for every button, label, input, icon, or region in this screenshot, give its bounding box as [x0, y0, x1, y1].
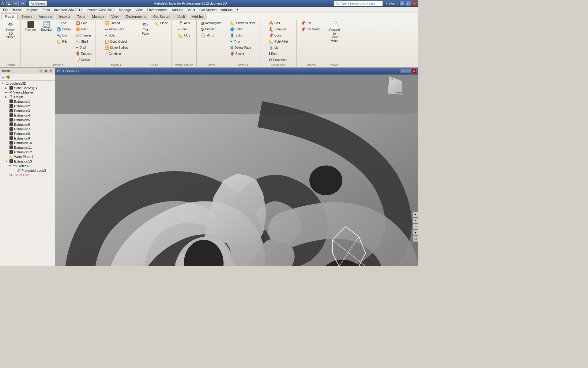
sidebar-filter-icon[interactable]: ▽ — [39, 69, 43, 73]
zoom-out-btn[interactable]: − — [413, 224, 418, 229]
sidebar-close-icon[interactable]: ✕ — [49, 69, 53, 73]
menu-manage[interactable]: Manage — [117, 7, 133, 12]
menu-view[interactable]: View — [134, 7, 145, 12]
btn-thicken-offset[interactable]: 📐 Thicken/Offset — [228, 20, 257, 26]
qa-undo[interactable]: ↩ — [13, 1, 19, 6]
btn-pin-group[interactable]: 📌 Pin Group — [299, 26, 322, 32]
menu-tools[interactable]: Tools — [40, 7, 52, 12]
btn-convert-sheet-metal[interactable]: 📄 Convert toSheet Metal — [326, 20, 342, 44]
btn-emboss[interactable]: 🏺 Emboss — [74, 51, 94, 57]
btn-boss[interactable]: 📌 Boss — [267, 33, 289, 38]
btn-mirror[interactable]: 🪞 Mirror — [199, 33, 223, 38]
zoom-in-btn[interactable]: + — [413, 218, 418, 223]
tree-item-extrusion9[interactable]: ⬛ Extrusion9 — [0, 136, 55, 140]
btn-rest[interactable]: ℹ Rest — [267, 51, 289, 57]
menu-more[interactable]: ▾ — [235, 7, 240, 12]
tab-sketch[interactable]: Sketch — [18, 13, 35, 20]
menu-inventorcam2011[interactable]: InventorCAM 2011 — [52, 7, 84, 12]
menu-inspect[interactable]: Inspect — [25, 7, 40, 12]
btn-sweep[interactable]: 🌀 Sweep — [55, 26, 73, 32]
menu-vault[interactable]: Vault — [186, 7, 197, 12]
qa-redo[interactable]: ↪ — [20, 1, 25, 6]
btn-sculpt[interactable]: 🏺 Sculpt — [228, 51, 257, 57]
minimize-button[interactable]: ─ — [399, 1, 405, 6]
btn-extrude[interactable]: ⬛ Extrude — [23, 20, 38, 33]
btn-pin[interactable]: 📌 Pin — [299, 20, 322, 26]
btn-rib[interactable]: 📐 Rib — [55, 39, 73, 44]
btn-hole[interactable]: ⭕ Hole — [74, 20, 94, 26]
btn-draft[interactable]: ✂ Draft — [74, 45, 94, 51]
tree-item-extrusion12[interactable]: ⬛ Extrusion12 — [0, 150, 55, 154]
search-input[interactable] — [340, 2, 377, 5]
btn-move-face[interactable]: ↔ Move Face — [103, 26, 130, 32]
tab-environments[interactable]: Environments — [122, 13, 149, 20]
viewport[interactable]: X Y Z TOP FRONT ▲ + − ▼ ⊡ — [55, 75, 418, 266]
btn-shell[interactable]: 🐚 Shell — [74, 39, 94, 44]
viewcube[interactable]: TOP FRONT — [388, 78, 409, 99]
btn-move-bodies[interactable]: 🔀 Move Bodies — [103, 45, 130, 51]
menu-inventorcam2012[interactable]: InventorCAM 2012 — [85, 7, 116, 12]
tree-item-extrusion11[interactable]: ⬛ Extrusion11 — [0, 145, 55, 150]
scroll-down-btn[interactable]: ▼ — [413, 230, 418, 236]
tree-item-extrusion3[interactable]: ⬛ Extrusion3 — [0, 108, 55, 113]
menu-addins[interactable]: Add-Ins — [170, 7, 185, 12]
sidebar-tree-icon[interactable]: 🌳 — [6, 75, 11, 80]
tab-getstarted[interactable]: Get Started — [150, 13, 174, 20]
btn-point[interactable]: • Point — [177, 26, 192, 32]
qa-save[interactable]: 💾 — [6, 1, 12, 6]
btn-thread[interactable]: 🔀 Thread — [103, 20, 130, 26]
btn-snap-fit[interactable]: 👢 Snap Fit — [267, 26, 289, 32]
close-button[interactable]: ✕ — [412, 1, 417, 6]
fit-view-btn[interactable]: ⊡ — [413, 236, 418, 242]
viewport-max-btn[interactable]: □ — [406, 69, 411, 73]
btn-trim[interactable]: ✂ Trim — [228, 39, 257, 44]
tab-annotate[interactable]: Annotate — [35, 13, 55, 20]
btn-coil[interactable]: 🔩 Coil — [55, 33, 73, 38]
tree-item-extrusion6[interactable]: ⬛ Extrusion6 — [0, 122, 55, 127]
btn-fillet[interactable]: 🔶 Fillet — [74, 26, 94, 32]
tab-tools[interactable]: Tools — [74, 13, 89, 20]
btn-circular[interactable]: ⊙ Circular — [199, 26, 223, 32]
help-icon[interactable]: ? — [385, 1, 387, 6]
btn-plane[interactable]: 📐 Plane — [153, 20, 170, 26]
btn-split[interactable]: ✂ Split — [103, 33, 130, 38]
btn-create-2d-sketch[interactable]: ✏ Create2D Sketch — [3, 20, 18, 40]
tree-item-end-of-part[interactable]: ⊘ End of Part — [0, 173, 55, 177]
btn-revolve[interactable]: 🔄 Revolve — [39, 20, 54, 33]
tree-item-origin[interactable]: ▶ 📍 Origin — [0, 94, 55, 99]
tree-item-extrusion7[interactable]: ⬛ Extrusion7 — [0, 127, 55, 131]
btn-rectangular[interactable]: ⊞ Rectangular — [199, 20, 223, 26]
tab-view[interactable]: View — [108, 13, 122, 20]
tree-item-extrusion4[interactable]: ⬛ Extrusion4 — [0, 113, 55, 117]
btn-stitch[interactable]: 🧵 Stitch — [228, 33, 257, 38]
btn-derive[interactable]: 📝 Derive — [74, 57, 94, 63]
tab-addins[interactable]: Add-Ins — [189, 13, 207, 20]
btn-combine[interactable]: ⊕ Combine — [103, 51, 130, 57]
scroll-up-btn[interactable]: ▲ — [413, 212, 418, 217]
btn-delete-face[interactable]: 🗑 Delete Face — [228, 45, 257, 51]
tree-item-projected-loop3[interactable]: 🔗 Projected Loop3 — [0, 168, 55, 173]
btn-lip[interactable]: 💧 Lip — [267, 45, 289, 51]
btn-edit-form[interactable]: ✏ EditForm — [139, 20, 152, 37]
tab-vault[interactable]: Vault — [174, 13, 188, 20]
viewport-close-btn[interactable]: ✕ — [412, 69, 417, 73]
sign-in-link[interactable]: Sign In — [389, 2, 398, 5]
tree-item-extrusion1[interactable]: ⬛ Extrusion1 — [0, 99, 55, 104]
tree-item-extrusion8[interactable]: ⬛ Extrusion8 — [0, 131, 55, 136]
btn-axis[interactable]: 📍 Axis — [177, 20, 192, 26]
tree-item-views[interactable]: ▶ 👁 Views:Master — [0, 90, 55, 94]
btn-properties[interactable]: ⚙ Properties — [267, 57, 289, 63]
sidebar-settings-icon[interactable]: ⚙ — [44, 69, 48, 73]
btn-ucs[interactable]: 📐 UCS — [177, 33, 192, 38]
tree-item-workplane1[interactable]: 📐 Work Plane1 — [0, 154, 55, 159]
tab-model[interactable]: Model — [1, 13, 18, 20]
btn-copy-object[interactable]: 📋 Copy Object — [103, 39, 130, 44]
search-box[interactable]: 🔍 — [334, 1, 383, 6]
tree-item-extrusion2[interactable]: ⬛ Extrusion2 — [0, 104, 55, 108]
btn-chamfer[interactable]: ⬡ Chamfer — [74, 33, 94, 38]
tree-item-sketch13[interactable]: ▼ ✏ Sketch13 — [0, 163, 55, 168]
tree-item-solidbodies[interactable]: ▶ ⬛ Solid Bodies(1) — [0, 86, 55, 90]
viewport-min-btn[interactable]: ─ — [401, 69, 405, 73]
menu-environments[interactable]: Environments — [145, 7, 169, 12]
tab-inspect[interactable]: Inspect — [56, 13, 73, 20]
